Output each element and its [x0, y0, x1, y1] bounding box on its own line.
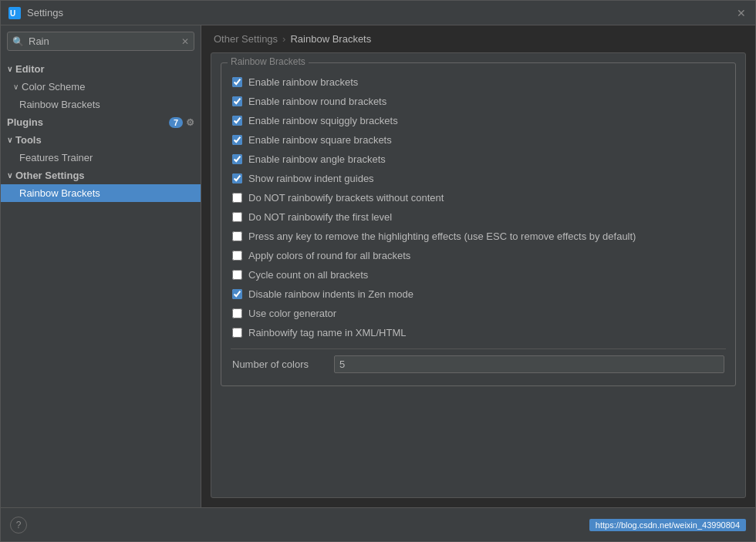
checkbox-label-cb3[interactable]: Enable rainbow squiggly brackets	[248, 115, 398, 126]
url-bar: https://blog.csdn.net/weixin_43990804	[589, 519, 746, 531]
close-button[interactable]: ✕	[735, 7, 748, 19]
title-bar: U Settings ✕	[1, 1, 755, 25]
breadcrumb-parent: Other Settings	[214, 33, 278, 45]
checkbox-label-cb1[interactable]: Enable rainbow brackets	[248, 76, 358, 88]
tools-chevron: ∨	[7, 136, 12, 144]
other-settings-rainbow-brackets-label: Rainbow Brackets	[19, 187, 100, 199]
breadcrumb-current: Rainbow Brackets	[290, 33, 371, 45]
checkbox-cb7[interactable]	[232, 193, 242, 203]
features-trainer-label: Features Trainer	[19, 152, 93, 163]
number-of-colors-label: Number of colors	[232, 359, 325, 370]
checkbox-label-cb13[interactable]: Use color generator	[248, 308, 336, 319]
checkbox-cb8[interactable]	[232, 212, 242, 222]
checkbox-cb14[interactable]	[232, 328, 242, 338]
checkbox-cb10[interactable]	[232, 251, 242, 261]
title-bar-left: U Settings	[8, 7, 63, 19]
color-scheme-chevron: ∨	[13, 82, 19, 91]
settings-dialog: U Settings ✕ 🔍 ✕ ∨ Editor ∨	[0, 0, 756, 542]
color-scheme-label: Color Scheme	[22, 81, 85, 93]
help-button[interactable]: ?	[10, 517, 27, 534]
checkbox-label-cb6[interactable]: Show rainbow indent guides	[248, 173, 374, 184]
other-settings-label: Other Settings	[15, 170, 85, 181]
dialog-body: 🔍 ✕ ∨ Editor ∨ Color Scheme Rainbow Brac…	[1, 25, 755, 507]
checkbox-label-cb8[interactable]: Do NOT rainbowify the first level	[248, 211, 392, 223]
search-input[interactable]	[29, 35, 177, 47]
editor-chevron: ∨	[7, 65, 12, 73]
checkbox-label-cb14[interactable]: Rainbowify tag name in XML/HTML	[248, 327, 406, 338]
plugins-badges: 7 ⚙	[169, 117, 194, 128]
checkbox-cb4[interactable]	[232, 135, 242, 145]
checkbox-row: Enable rainbow brackets	[231, 72, 726, 92]
checkbox-row: Enable rainbow angle brackets	[231, 150, 726, 169]
app-icon: U	[8, 7, 21, 19]
sidebar-item-editor[interactable]: ∨ Editor	[1, 60, 201, 78]
breadcrumb: Other Settings › Rainbow Brackets	[201, 25, 755, 52]
sidebar-item-plugins[interactable]: Plugins 7 ⚙	[1, 113, 201, 131]
checkbox-label-cb2[interactable]: Enable rainbow round brackets	[248, 96, 386, 107]
sidebar-item-tools[interactable]: ∨ Tools	[1, 131, 201, 149]
main-content: Other Settings › Rainbow Brackets Rainbo…	[201, 25, 755, 507]
checkbox-label-cb12[interactable]: Disable rainbow indents in Zen mode	[248, 288, 413, 300]
svg-text:U: U	[10, 9, 15, 18]
checkbox-label-cb11[interactable]: Cycle count on all brackets	[248, 269, 368, 281]
checkbox-row: Enable rainbow squiggly brackets	[231, 111, 726, 130]
plugins-badge: 7	[169, 117, 183, 128]
checkbox-cb5[interactable]	[232, 154, 242, 164]
checkbox-list: Enable rainbow bracketsEnable rainbow ro…	[231, 72, 726, 342]
number-of-colors-input[interactable]	[334, 355, 724, 373]
search-bar: 🔍 ✕	[7, 32, 194, 51]
group-box-title: Rainbow Brackets	[228, 56, 309, 67]
checkbox-row: Show rainbow indent guides	[231, 169, 726, 188]
plugins-label: Plugins	[7, 116, 43, 128]
checkbox-cb3[interactable]	[232, 116, 242, 126]
checkbox-label-cb7[interactable]: Do NOT rainbowify brackets without conte…	[248, 192, 444, 204]
checkbox-cb1[interactable]	[232, 77, 242, 87]
other-settings-chevron: ∨	[7, 171, 12, 180]
checkbox-row: Enable rainbow round brackets	[231, 92, 726, 111]
tools-label: Tools	[15, 134, 42, 146]
checkbox-label-cb10[interactable]: Apply colors of round for all brackets	[248, 250, 410, 261]
sidebar-item-other-settings-rainbow-brackets[interactable]: Rainbow Brackets	[1, 184, 201, 202]
checkbox-cb9[interactable]	[232, 231, 242, 241]
checkbox-row: Apply colors of round for all brackets	[231, 246, 726, 265]
checkbox-label-cb4[interactable]: Enable rainbow square brackets	[248, 134, 392, 146]
color-scheme-rainbow-brackets-label: Rainbow Brackets	[19, 99, 100, 110]
checkbox-label-cb5[interactable]: Enable rainbow angle brackets	[248, 153, 386, 165]
sidebar: 🔍 ✕ ∨ Editor ∨ Color Scheme Rainbow Brac…	[1, 25, 201, 507]
sidebar-item-color-scheme-rainbow-brackets[interactable]: Rainbow Brackets	[1, 96, 201, 113]
content-panel: Rainbow Brackets Enable rainbow brackets…	[211, 52, 746, 498]
search-clear-icon[interactable]: ✕	[181, 36, 189, 47]
checkbox-cb12[interactable]	[232, 289, 242, 299]
checkbox-row: Use color generator	[231, 304, 726, 323]
sidebar-item-other-settings[interactable]: ∨ Other Settings	[1, 167, 201, 184]
settings-tree: ∨ Editor ∨ Color Scheme Rainbow Brackets…	[1, 57, 201, 507]
sidebar-item-features-trainer[interactable]: Features Trainer	[1, 149, 201, 167]
dialog-title: Settings	[27, 7, 63, 19]
checkbox-row: Rainbowify tag name in XML/HTML	[231, 323, 726, 342]
checkbox-row: Enable rainbow square brackets	[231, 130, 726, 150]
breadcrumb-arrow: ›	[282, 33, 285, 45]
dialog-footer: ? https://blog.csdn.net/weixin_43990804	[1, 507, 755, 541]
checkbox-row: Do NOT rainbowify the first level	[231, 207, 726, 227]
checkbox-row: Cycle count on all brackets	[231, 265, 726, 284]
checkbox-row: Press any key to remove the highlighting…	[231, 227, 726, 246]
checkbox-cb11[interactable]	[232, 270, 242, 280]
checkbox-cb13[interactable]	[232, 308, 242, 318]
checkbox-cb6[interactable]	[232, 173, 242, 183]
plugins-settings-icon[interactable]: ⚙	[186, 117, 194, 128]
search-icon: 🔍	[12, 36, 24, 47]
rainbow-brackets-group: Rainbow Brackets Enable rainbow brackets…	[221, 62, 736, 386]
checkbox-row: Disable rainbow indents in Zen mode	[231, 284, 726, 304]
editor-label: Editor	[15, 63, 45, 75]
checkbox-label-cb9[interactable]: Press any key to remove the highlighting…	[248, 231, 636, 242]
sidebar-item-color-scheme[interactable]: ∨ Color Scheme	[1, 78, 201, 96]
checkbox-cb2[interactable]	[232, 96, 242, 106]
number-of-colors-row: Number of colors	[231, 348, 726, 373]
checkbox-row: Do NOT rainbowify brackets without conte…	[231, 188, 726, 207]
